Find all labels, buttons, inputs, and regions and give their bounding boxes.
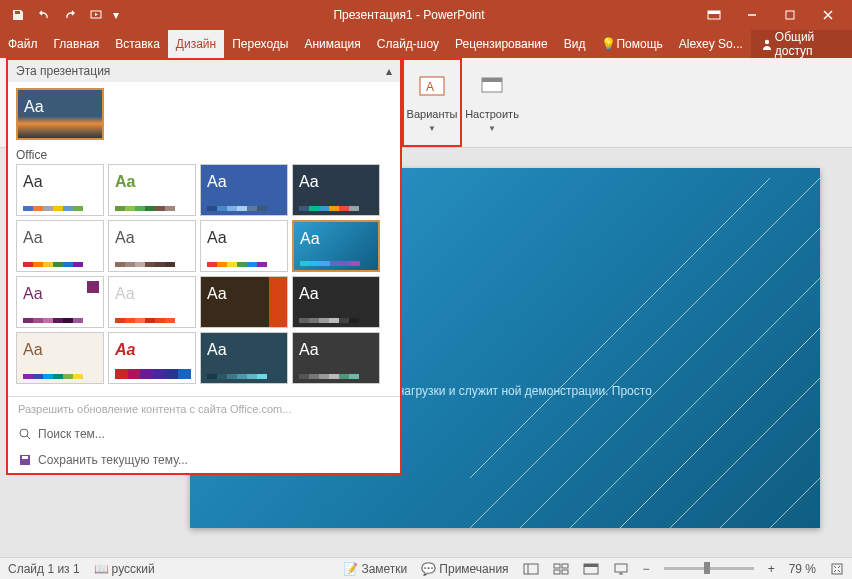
tab-view[interactable]: Вид xyxy=(556,30,594,58)
tab-transitions[interactable]: Переходы xyxy=(224,30,296,58)
theme-item[interactable]: Aa xyxy=(108,220,196,272)
svg-rect-2 xyxy=(708,11,720,14)
normal-view-button[interactable] xyxy=(523,562,539,576)
tab-home[interactable]: Главная xyxy=(46,30,108,58)
svg-rect-33 xyxy=(832,564,842,574)
link-label: Поиск тем... xyxy=(38,427,105,441)
qat-customize-icon[interactable]: ▾ xyxy=(110,3,122,27)
svg-rect-25 xyxy=(562,564,568,568)
tab-animations[interactable]: Анимация xyxy=(296,30,368,58)
tab-insert[interactable]: Вставка xyxy=(107,30,168,58)
customize-group[interactable]: Настроить ▼ xyxy=(462,58,522,147)
chevron-down-icon: ▼ xyxy=(428,124,436,133)
dropdown-section-this: Эта презентация ▴ xyxy=(8,60,400,82)
slide-sorter-button[interactable] xyxy=(553,562,569,576)
svg-rect-22 xyxy=(524,564,538,574)
decorative-lines xyxy=(470,178,820,528)
search-icon xyxy=(18,427,32,441)
language-label: русский xyxy=(112,562,155,576)
link-label: Сохранить текущую тему... xyxy=(38,453,188,467)
theme-item[interactable]: Aa xyxy=(292,220,380,272)
theme-item[interactable]: Aa xyxy=(108,276,196,328)
start-slideshow-button[interactable] xyxy=(84,3,108,27)
zoom-out-button[interactable]: − xyxy=(643,562,650,576)
ribbon-tabs: Файл Главная Вставка Дизайн Переходы Ани… xyxy=(0,30,852,58)
window-controls xyxy=(696,3,846,27)
chevron-down-icon: ▼ xyxy=(488,124,496,133)
tab-help-label: Помощь xyxy=(616,37,662,51)
save-theme-icon xyxy=(18,453,32,467)
scroll-up-icon[interactable]: ▴ xyxy=(386,64,392,78)
theme-item[interactable]: Aa xyxy=(200,220,288,272)
svg-line-19 xyxy=(27,436,30,439)
theme-current[interactable]: Aa xyxy=(16,88,104,140)
zoom-level[interactable]: 79 % xyxy=(789,562,816,576)
customize-label: Настроить xyxy=(465,108,519,120)
theme-item[interactable]: Aa xyxy=(16,164,104,216)
theme-item[interactable]: Aa xyxy=(108,332,196,384)
minimize-button[interactable] xyxy=(734,3,770,27)
tab-help[interactable]: 💡 Помощь xyxy=(593,30,670,58)
theme-item[interactable]: Aa xyxy=(292,276,380,328)
tab-design[interactable]: Дизайн xyxy=(168,30,224,58)
save-button[interactable] xyxy=(6,3,30,27)
dropdown-footer: Разрешить обновление контента с сайта Of… xyxy=(8,396,400,473)
slide-counter[interactable]: Слайд 1 из 1 xyxy=(8,562,80,576)
svg-rect-29 xyxy=(584,564,598,567)
zoom-in-button[interactable]: + xyxy=(768,562,775,576)
svg-rect-4 xyxy=(786,11,794,19)
svg-rect-9 xyxy=(482,78,502,82)
theme-item[interactable]: Aa xyxy=(16,276,104,328)
share-button[interactable]: Общий доступ xyxy=(751,30,852,58)
theme-item[interactable]: Aa xyxy=(292,164,380,216)
account-menu[interactable]: Alexey So... xyxy=(671,30,751,58)
theme-item[interactable]: Aa xyxy=(200,276,288,328)
svg-line-17 xyxy=(470,178,770,478)
window-title: Презентация1 - PowerPoint xyxy=(122,8,696,22)
variants-icon: A xyxy=(416,72,448,104)
redo-button[interactable] xyxy=(58,3,82,27)
fit-window-button[interactable] xyxy=(830,562,844,576)
svg-line-16 xyxy=(470,178,820,528)
theme-item[interactable]: Aa xyxy=(200,164,288,216)
save-theme-link[interactable]: Сохранить текущую тему... xyxy=(8,447,400,473)
variants-label: Варианты xyxy=(407,108,458,120)
notes-button[interactable]: 📝 Заметки xyxy=(343,562,407,576)
svg-rect-26 xyxy=(554,570,560,574)
section-label: Эта презентация xyxy=(16,64,110,78)
comments-label: Примечания xyxy=(439,562,508,576)
svg-rect-24 xyxy=(554,564,560,568)
svg-point-18 xyxy=(20,429,28,437)
search-themes-link[interactable]: Поиск тем... xyxy=(8,421,400,447)
tab-review[interactable]: Рецензирование xyxy=(447,30,556,58)
customize-icon xyxy=(476,72,508,104)
status-bar: Слайд 1 из 1 📖 русский 📝 Заметки 💬 Приме… xyxy=(0,557,852,579)
zoom-slider[interactable] xyxy=(664,567,754,570)
section-label: Office xyxy=(16,148,47,162)
theme-item[interactable]: Aa xyxy=(108,164,196,216)
tab-file[interactable]: Файл xyxy=(0,30,46,58)
quick-access-toolbar: ▾ xyxy=(6,3,122,27)
theme-item[interactable]: Aa xyxy=(200,332,288,384)
variants-group[interactable]: A Варианты ▼ xyxy=(402,58,462,147)
reading-view-button[interactable] xyxy=(583,562,599,576)
svg-rect-21 xyxy=(22,456,28,459)
svg-text:A: A xyxy=(426,80,434,94)
maximize-button[interactable] xyxy=(772,3,808,27)
ribbon-display-button[interactable] xyxy=(696,3,732,27)
theme-item[interactable]: Aa xyxy=(16,332,104,384)
dropdown-section-office: Office xyxy=(16,146,392,164)
notes-label: Заметки xyxy=(361,562,407,576)
svg-rect-30 xyxy=(615,564,627,572)
slideshow-view-button[interactable] xyxy=(613,562,629,576)
theme-item[interactable]: Aa xyxy=(292,332,380,384)
theme-item[interactable]: Aa xyxy=(16,220,104,272)
comments-button[interactable]: 💬 Примечания xyxy=(421,562,508,576)
close-button[interactable] xyxy=(810,3,846,27)
themes-dropdown: Эта презентация ▴ Aa Office Aa Aa Aa Aa … xyxy=(6,58,402,475)
tab-slideshow[interactable]: Слайд-шоу xyxy=(369,30,447,58)
language-button[interactable]: 📖 русский xyxy=(94,562,155,576)
person-icon xyxy=(761,38,771,50)
undo-button[interactable] xyxy=(32,3,56,27)
svg-rect-27 xyxy=(562,570,568,574)
